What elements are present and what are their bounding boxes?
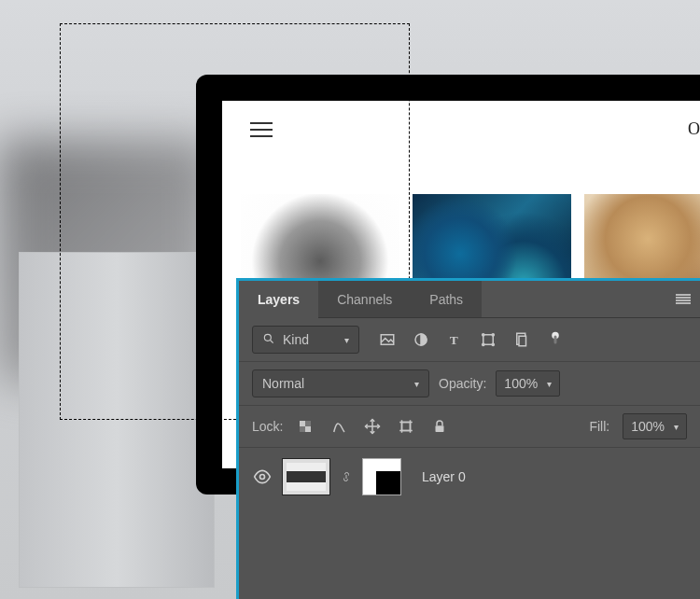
- layer-name[interactable]: Layer 0: [422, 469, 466, 484]
- filter-type-icons: T: [378, 330, 565, 349]
- blend-row: Normal ▾ Opacity: 100% ▾: [239, 362, 700, 406]
- filter-kind-label: Kind: [283, 332, 309, 347]
- svg-rect-17: [300, 426, 305, 432]
- svg-text:T: T: [450, 333, 458, 347]
- filter-kind-dropdown[interactable]: Kind ▾: [252, 326, 359, 354]
- site-title: Obsidian: [688, 119, 700, 139]
- site-header: Obsidian: [250, 119, 700, 139]
- adjustment-filter-icon[interactable]: [412, 330, 430, 349]
- fill-input[interactable]: 100% ▾: [623, 413, 687, 439]
- blend-mode-dropdown[interactable]: Normal ▾: [252, 369, 429, 397]
- svg-rect-25: [436, 425, 444, 432]
- svg-rect-5: [483, 335, 494, 345]
- chevron-down-icon: ▾: [414, 379, 419, 389]
- lock-row: Lock: Fill: 100% ▾: [239, 406, 700, 448]
- fill-label: Fill:: [589, 419, 609, 434]
- svg-point-26: [260, 475, 265, 480]
- opacity-value: 100%: [504, 376, 538, 391]
- lock-icons: [296, 417, 449, 436]
- panel-menu-icon[interactable]: [676, 294, 691, 305]
- chevron-down-icon: ▾: [344, 335, 349, 345]
- image-filter-icon[interactable]: [378, 330, 397, 349]
- svg-rect-13: [554, 336, 557, 344]
- svg-point-9: [492, 343, 494, 345]
- fill-value: 100%: [631, 419, 665, 434]
- lock-artboard-icon[interactable]: [397, 417, 415, 436]
- hamburger-icon[interactable]: [250, 122, 273, 137]
- svg-rect-20: [402, 423, 411, 431]
- lock-all-icon[interactable]: [430, 417, 449, 436]
- visibility-toggle-icon[interactable]: [252, 467, 273, 487]
- filter-row: Kind ▾ T: [239, 318, 700, 362]
- svg-point-7: [492, 334, 494, 336]
- layer-row[interactable]: Layer 0: [239, 453, 700, 500]
- blend-mode-value: Normal: [262, 376, 304, 391]
- layers-panel: Layers Channels Paths Kind ▾ T: [236, 278, 700, 599]
- tab-channels[interactable]: Channels: [318, 281, 411, 317]
- lock-label: Lock:: [252, 419, 283, 434]
- layer-thumbnail[interactable]: [282, 458, 330, 495]
- svg-point-8: [483, 343, 484, 345]
- svg-rect-14: [300, 421, 305, 426]
- type-filter-icon[interactable]: T: [445, 330, 464, 349]
- layers-list: Layer 0: [239, 448, 700, 506]
- link-icon[interactable]: [340, 469, 353, 484]
- smartobject-filter-icon[interactable]: [512, 330, 531, 349]
- svg-rect-16: [305, 421, 311, 426]
- tab-layers[interactable]: Layers: [239, 282, 318, 318]
- panel-tabs: Layers Channels Paths: [239, 281, 700, 318]
- background-stand: [19, 252, 215, 588]
- chevron-down-icon: ▾: [674, 422, 679, 432]
- lock-transparency-icon[interactable]: [296, 417, 315, 436]
- search-icon: [262, 332, 275, 348]
- shape-filter-icon[interactable]: [479, 330, 497, 349]
- layer-mask-thumbnail[interactable]: [362, 458, 401, 495]
- tab-paths[interactable]: Paths: [411, 281, 482, 317]
- chevron-down-icon: ▾: [547, 379, 552, 389]
- svg-point-0: [264, 334, 271, 341]
- artboard-filter-toggle[interactable]: [546, 330, 565, 349]
- opacity-input[interactable]: 100% ▾: [496, 370, 560, 397]
- svg-point-6: [483, 334, 484, 336]
- svg-rect-15: [305, 426, 311, 432]
- svg-line-1: [271, 340, 273, 342]
- svg-rect-11: [519, 336, 526, 346]
- lock-position-icon[interactable]: [363, 417, 382, 436]
- opacity-label: Opacity:: [439, 376, 486, 391]
- lock-image-icon[interactable]: [329, 417, 348, 436]
